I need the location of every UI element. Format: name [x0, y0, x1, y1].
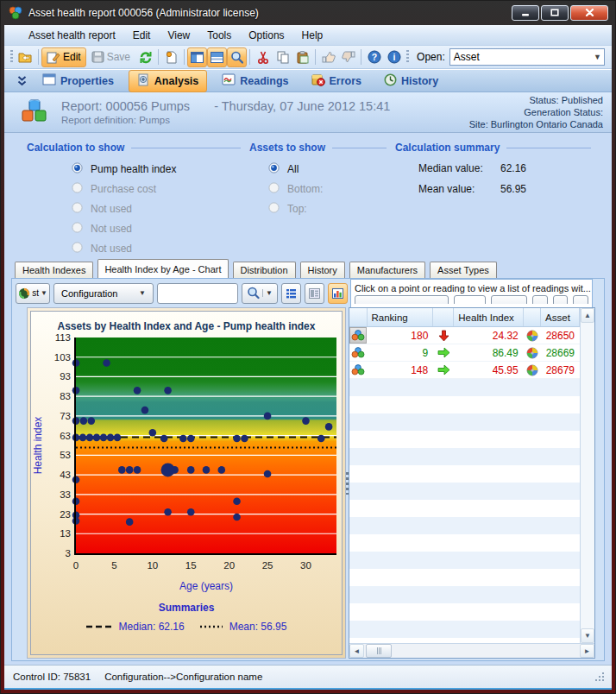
radio-assets-all[interactable]: All	[268, 162, 395, 175]
radio-calc-not-used[interactable]: Not used	[72, 242, 249, 255]
chart-type-dropdown[interactable]: st ▼	[16, 283, 50, 304]
paste-button[interactable]	[292, 47, 312, 67]
chart-tab-asset-types[interactable]: Asset Types	[430, 262, 497, 278]
toolbar-separator	[249, 49, 250, 65]
vertical-scroll-track[interactable]	[581, 323, 594, 628]
layout-columns-button[interactable]	[187, 47, 207, 67]
svg-text:?: ?	[371, 52, 376, 62]
help-button[interactable]: ?	[364, 47, 384, 67]
tab-label: Readings	[240, 75, 288, 87]
minimize-button[interactable]	[512, 5, 539, 21]
open-combobox[interactable]: Asset ▼	[449, 48, 605, 66]
radio-assets-top-[interactable]: Top:	[268, 202, 395, 215]
report-generation-status: Generation Status:	[469, 106, 603, 118]
edit-button[interactable]: Edit	[41, 47, 86, 67]
layout-rows-button[interactable]	[207, 47, 227, 67]
thumbs-up-button[interactable]	[318, 47, 338, 67]
clipped-button[interactable]	[573, 295, 588, 304]
collapse-chevron-icon[interactable]	[17, 76, 27, 86]
menu-item-help[interactable]: Help	[293, 27, 332, 44]
horizontal-scrollbar[interactable]: ◄ ►	[349, 643, 594, 658]
radio-label: Not used	[91, 223, 132, 235]
save-button-label: Save	[107, 51, 130, 63]
tab-readings[interactable]: Readings	[214, 71, 296, 91]
chart-tab-history[interactable]: History	[300, 262, 345, 278]
chart-search-input[interactable]	[157, 283, 238, 304]
asset-sphere-icon	[524, 344, 541, 361]
horizontal-scroll-thumb[interactable]	[366, 644, 392, 658]
tab-analysis[interactable]: Analysis	[129, 70, 207, 92]
vertical-scrollbar[interactable]: ▲ ▼	[580, 308, 594, 643]
radio-icon	[72, 202, 83, 216]
scroll-up-icon[interactable]: ▲	[581, 308, 594, 323]
table-row[interactable]: 986.4928669	[349, 344, 580, 362]
refresh-button[interactable]	[135, 47, 155, 67]
chart-search-button[interactable]: ▼	[242, 283, 278, 304]
view-list-button[interactable]	[281, 283, 301, 304]
resize-grip-icon	[594, 672, 605, 682]
scroll-right-icon[interactable]: ►	[580, 644, 594, 658]
menu-item-edit[interactable]: Edit	[124, 27, 160, 44]
tab-history[interactable]: History	[376, 71, 446, 91]
configuration-text: Configuration-->Configuration name	[104, 672, 262, 682]
clipped-button[interactable]	[553, 295, 569, 304]
chart-tab-distribution[interactable]: Distribution	[233, 262, 296, 278]
close-button[interactable]	[570, 5, 608, 21]
scatter-chart[interactable]: 3132333435363738393103113051015202530Age…	[31, 332, 342, 593]
radio-calc-purchase-cost[interactable]: Purchase cost	[72, 182, 249, 195]
cut-button[interactable]	[253, 47, 273, 67]
radio-calc-not-used[interactable]: Not used	[72, 202, 249, 215]
column-header-Ranking[interactable]: Ranking	[368, 308, 434, 326]
info-button[interactable]: i	[384, 47, 404, 67]
title-bar: Asset health report 000056 (Administrato…	[1, 1, 615, 24]
view-details-button[interactable]	[305, 283, 324, 304]
radio-calc-not-used[interactable]: Not used	[72, 222, 249, 235]
column-header-icon[interactable]	[349, 308, 368, 326]
copy-button[interactable]	[273, 47, 292, 67]
column-header-Health Index[interactable]: Health Index	[454, 308, 523, 326]
column-header-icon[interactable]	[524, 308, 542, 326]
clipped-button[interactable]	[355, 295, 449, 304]
zoom-button[interactable]	[227, 47, 247, 67]
new-page-button[interactable]	[161, 47, 181, 67]
clipped-button[interactable]	[532, 295, 548, 304]
column-header-icon[interactable]	[433, 308, 454, 326]
scroll-down-icon[interactable]: ▼	[581, 628, 594, 643]
configuration-label: Configuration	[61, 288, 117, 299]
column-header-Asset[interactable]: Asset	[541, 308, 580, 326]
caption-rule	[332, 148, 387, 148]
main-toolbar: Edit Save	[4, 46, 612, 69]
menu-item-options[interactable]: Options	[240, 27, 292, 44]
clipped-buttons-row	[355, 295, 588, 304]
chart-tabstrip: Health IndexesHealth Index by Age - Char…	[4, 259, 612, 278]
svg-text:23: 23	[60, 509, 71, 520]
horizontal-scroll-track[interactable]	[392, 644, 580, 658]
chart-tab-manufacturers[interactable]: Manufacturers	[349, 262, 425, 278]
radio-calc-pump-health-index[interactable]: Pump health index	[72, 162, 249, 175]
menu-item-asset-health-report[interactable]: Asset health report	[20, 27, 124, 44]
toolbar-separator	[184, 49, 185, 65]
tab-properties[interactable]: Properties	[35, 71, 122, 91]
maximize-button[interactable]	[541, 5, 569, 21]
radio-icon	[72, 182, 83, 196]
configuration-dropdown[interactable]: Configuration ▼	[53, 283, 154, 304]
table-row[interactable]: 18024.3228650	[349, 327, 580, 344]
save-button[interactable]: Save	[86, 47, 135, 67]
chart-tab-health-indexes[interactable]: Health Indexes	[15, 262, 93, 278]
asset-cubes-icon	[349, 344, 367, 361]
table-row[interactable]: 14845.9528679	[349, 362, 580, 379]
tab-errors[interactable]: Errors	[304, 71, 370, 91]
chart-tab-health-index-by-age-chart[interactable]: Health Index by Age - Chart	[97, 259, 228, 278]
radio-assets-bottom-[interactable]: Bottom:	[268, 182, 395, 195]
toolbar-separator	[158, 49, 159, 65]
thumbs-down-button[interactable]	[338, 47, 358, 67]
menu-item-view[interactable]: View	[159, 27, 198, 44]
clipped-button[interactable]	[491, 295, 527, 304]
view-chart-button[interactable]	[328, 283, 348, 304]
open-folder-button[interactable]	[16, 47, 35, 67]
scroll-left-icon[interactable]: ◄	[349, 644, 364, 658]
radio-icon	[268, 202, 280, 216]
chart-legend-title: Summaries	[159, 602, 215, 614]
menu-item-tools[interactable]: Tools	[198, 27, 240, 44]
clipped-field[interactable]	[454, 295, 486, 304]
